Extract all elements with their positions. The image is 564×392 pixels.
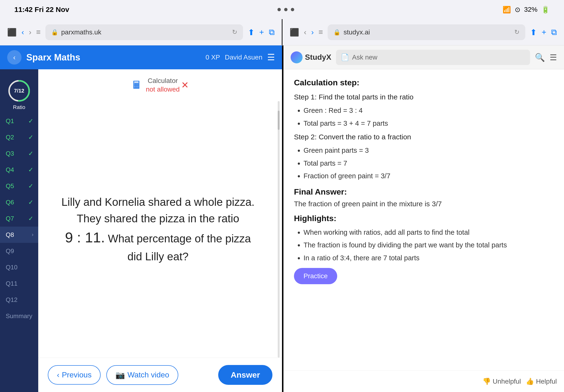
step1-heading: Step 1: Find the total parts in the rati… xyxy=(294,93,553,101)
step2-bullet-3: Fraction of green paint = 3/7 xyxy=(303,171,553,182)
right-address-bar[interactable]: 🔒 studyx.ai ↻ xyxy=(328,24,525,40)
sparx-menu-icon[interactable]: ☰ xyxy=(267,52,275,62)
status-dots xyxy=(277,8,294,11)
signal-icon: ⊙ xyxy=(515,6,520,14)
left-browser-actions: ⬆ + ⧉ xyxy=(248,28,275,37)
q7-label: Q7 xyxy=(6,215,14,222)
sidebar-item-q4[interactable]: Q4 ✓ xyxy=(0,162,38,178)
highlight-3: In a ratio of 3:4, there are 7 total par… xyxy=(303,253,553,263)
right-url: studyx.ai xyxy=(344,28,370,36)
left-reader-button[interactable]: ≡ xyxy=(36,28,41,37)
sidebar-item-q6[interactable]: Q6 ✓ xyxy=(0,194,38,210)
sidebar-item-q12[interactable]: Q12 xyxy=(0,292,38,308)
watch-video-button[interactable]: 📷 Watch video xyxy=(106,365,178,385)
sidebar-item-q10[interactable]: Q10 xyxy=(0,259,38,275)
question-main: Lilly and Kornelia shared a whole pizza.… xyxy=(38,101,282,358)
answer-label: Answer xyxy=(231,370,260,379)
studyx-search-button[interactable]: 🔍 xyxy=(535,53,545,62)
studyx-footer: 👎 Unhelpful 👍 Helpful xyxy=(283,370,564,392)
scroll-thumb xyxy=(278,111,280,130)
watch-video-label: Watch video xyxy=(127,370,169,379)
calculator-icon: 🖩 xyxy=(131,79,142,91)
left-back-button[interactable]: ‹ xyxy=(22,28,24,37)
q1-label: Q1 xyxy=(6,117,14,125)
chevron-left-icon: ‹ xyxy=(57,370,59,379)
right-refresh-icon[interactable]: ↻ xyxy=(514,28,520,36)
step2-heading: Step 2: Convert the ratio to a fraction xyxy=(294,133,553,141)
status-dot-1 xyxy=(277,8,281,11)
sidebar-item-q8[interactable]: Q8 › xyxy=(0,227,38,243)
right-new-tab-button[interactable]: + xyxy=(542,28,546,37)
sidebar-item-q3[interactable]: Q3 ✓ xyxy=(0,145,38,162)
left-address-bar[interactable]: 🔒 parxmaths.uk ↻ xyxy=(45,24,243,40)
progress-fraction: 7/12 xyxy=(14,88,24,94)
battery-status: 32% xyxy=(524,6,537,13)
question-line1: Lilly and Kornelia shared a whole pizza. xyxy=(61,196,255,208)
right-tabs-button[interactable]: ⧉ xyxy=(551,28,557,37)
question-area: 🖩 Calculator not allowed ✕ Lilly and Kor… xyxy=(38,69,282,392)
calc-step-title: Calculation step: xyxy=(294,78,553,87)
calc-line2: not allowed xyxy=(146,85,180,94)
studyx-logo: StudyX xyxy=(291,51,331,63)
status-bar: 11:42 Fri 22 Nov 📶 ⊙ 32% 🔋 xyxy=(0,0,564,19)
status-time: 11:42 xyxy=(14,5,33,14)
left-browser-bar: ⬛ ‹ › ≡ 🔒 parxmaths.uk ↻ ⬆ + ⧉ xyxy=(0,19,282,45)
sidebar-item-summary[interactable]: Summary xyxy=(0,308,38,324)
right-back-button[interactable]: ‹ xyxy=(304,28,307,37)
sidebar-item-q9[interactable]: Q9 xyxy=(0,243,38,259)
left-forward-button[interactable]: › xyxy=(29,28,31,37)
answer-button[interactable]: Answer xyxy=(218,365,273,385)
studyx-ask-bar[interactable]: 📄 Ask new xyxy=(336,50,530,65)
question-line3: What percentage of the pizza xyxy=(108,232,251,245)
q12-label: Q12 xyxy=(6,296,17,304)
studyx-panel: StudyX 📄 Ask new 🔍 ☰ Calculation step: S… xyxy=(283,45,564,392)
previous-button[interactable]: ‹ Previous xyxy=(48,365,101,385)
left-refresh-icon[interactable]: ↻ xyxy=(232,28,237,36)
sidebar-item-q11[interactable]: Q11 xyxy=(0,275,38,292)
right-sidebar-toggle[interactable]: ⬛ xyxy=(290,28,299,37)
main-content: ‹ Sparx Maths 0 XP David Asuen ☰ xyxy=(0,45,564,392)
sidebar-item-q7[interactable]: Q7 ✓ xyxy=(0,210,38,227)
studyx-header: StudyX 📄 Ask new 🔍 ☰ xyxy=(283,45,564,69)
studyx-menu-button[interactable]: ☰ xyxy=(550,53,557,62)
progress-label: Ratio xyxy=(13,104,25,111)
sparx-sidebar: 7/12 Ratio Q1 ✓ Q2 ✓ Q3 ✓ Q xyxy=(0,69,38,392)
thumbs-down-icon: 👎 xyxy=(482,378,491,385)
progress-circle-container: 7/12 Ratio xyxy=(7,79,31,111)
progress-circle: 7/12 xyxy=(7,79,31,103)
left-share-button[interactable]: ⬆ xyxy=(248,28,255,37)
partial-button-area: Practice xyxy=(294,268,553,284)
right-browser-actions: ⬆ + ⧉ xyxy=(530,28,557,37)
wifi-icon: 📶 xyxy=(503,6,511,14)
right-browser-bar: ⬛ ‹ › ≡ 🔒 studyx.ai ↻ ⬆ + ⧉ xyxy=(282,19,564,45)
sparx-back-button[interactable]: ‹ xyxy=(7,50,22,65)
final-answer-text: The fraction of green paint in the mixtu… xyxy=(294,200,553,208)
sidebar-item-q2[interactable]: Q2 ✓ xyxy=(0,129,38,145)
scroll-bar[interactable] xyxy=(278,101,280,358)
left-sidebar-toggle[interactable]: ⬛ xyxy=(7,28,17,37)
sidebar-item-q1[interactable]: Q1 ✓ xyxy=(0,113,38,129)
summary-label: Summary xyxy=(6,312,32,320)
calc-line1: Calculator xyxy=(146,76,180,85)
sidebar-item-q5[interactable]: Q5 ✓ xyxy=(0,178,38,194)
final-answer-title: Final Answer: xyxy=(294,187,553,196)
left-new-tab-button[interactable]: + xyxy=(259,28,264,37)
q6-check-icon: ✓ xyxy=(28,199,33,206)
left-tabs-button[interactable]: ⧉ xyxy=(269,28,275,37)
step1-bullets: Green : Red = 3 : 4 Total parts = 3 + 4 … xyxy=(294,105,553,129)
q2-label: Q2 xyxy=(6,134,14,141)
right-reader-button[interactable]: ≡ xyxy=(318,28,323,37)
step2-bullets: Green paint parts = 3 Total parts = 7 Fr… xyxy=(294,145,553,182)
unhelpful-label: Unhelpful xyxy=(493,378,521,385)
status-dot-3 xyxy=(291,8,294,11)
right-forward-button[interactable]: › xyxy=(311,28,314,37)
q7-check-icon: ✓ xyxy=(28,215,33,222)
q4-check-icon: ✓ xyxy=(28,166,33,174)
question-line4: did Lilly eat? xyxy=(127,250,189,263)
helpful-button[interactable]: 👍 Helpful xyxy=(526,378,557,385)
browser-bars: ⬛ ‹ › ≡ 🔒 parxmaths.uk ↻ ⬆ + ⧉ ⬛ ‹ › ≡ 🔒… xyxy=(0,19,564,45)
right-share-button[interactable]: ⬆ xyxy=(530,28,537,37)
q6-label: Q6 xyxy=(6,199,14,206)
practice-button[interactable]: Practice xyxy=(294,268,337,284)
unhelpful-button[interactable]: 👎 Unhelpful xyxy=(482,378,521,385)
